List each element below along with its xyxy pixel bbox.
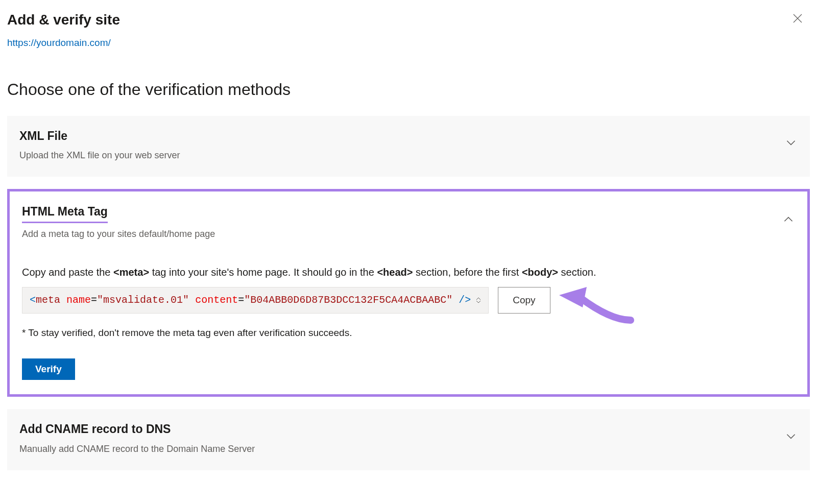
verify-button[interactable]: Verify <box>22 358 75 380</box>
annotation-arrow-icon <box>549 277 641 332</box>
method-xml-subtitle: Upload the XML file on your web server <box>19 149 180 162</box>
page-title: Add & verify site <box>7 9 120 31</box>
meta-tag-code-field[interactable]: <meta name="msvalidate.01" content="B04A… <box>22 287 489 314</box>
meta-instruction-text: Copy and paste the <meta> tag into your … <box>22 265 795 280</box>
method-html-meta-tag: HTML Meta Tag Add a meta tag to your sit… <box>7 189 810 397</box>
method-xml-title: XML File <box>19 127 180 145</box>
method-xml-file[interactable]: XML File Upload the XML file on your web… <box>7 116 810 177</box>
chevron-up-icon <box>782 213 795 230</box>
method-cname-title: Add CNAME record to DNS <box>19 420 255 438</box>
stepper-icon[interactable] <box>476 297 481 303</box>
meta-note-text: * To stay verified, don't remove the met… <box>22 326 795 341</box>
copy-button[interactable]: Copy <box>498 287 550 314</box>
section-heading: Choose one of the verification methods <box>7 77 810 102</box>
site-url-link[interactable]: https://yourdomain.com/ <box>7 36 111 51</box>
chevron-down-icon <box>784 136 798 153</box>
method-meta-title: HTML Meta Tag <box>22 203 108 223</box>
close-icon[interactable] <box>791 12 804 25</box>
method-meta-header[interactable]: HTML Meta Tag Add a meta tag to your sit… <box>22 203 795 241</box>
method-cname-subtitle: Manually add CNAME record to the Domain … <box>19 442 255 456</box>
method-meta-subtitle: Add a meta tag to your sites default/hom… <box>22 227 215 241</box>
chevron-down-icon <box>784 429 798 447</box>
method-cname-dns[interactable]: Add CNAME record to DNS Manually add CNA… <box>7 409 810 470</box>
